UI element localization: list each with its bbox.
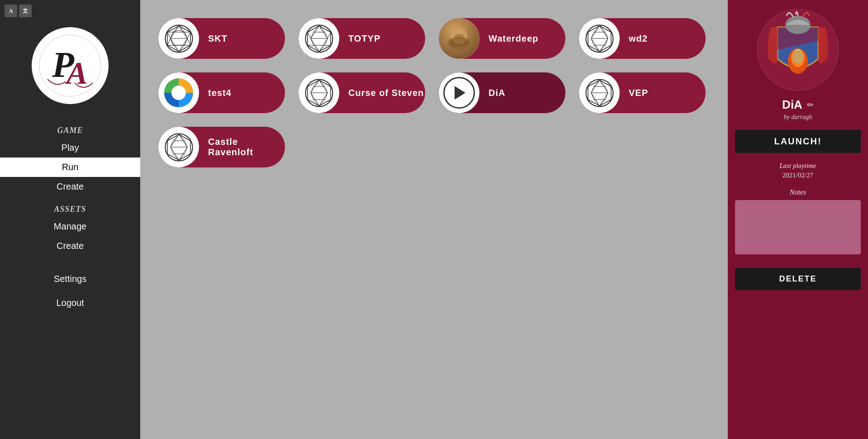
card-label-castle-ravenloft: Castle Ravenloft [199, 137, 285, 157]
game-card-dia[interactable]: DiA [439, 72, 565, 113]
notes-textarea[interactable] [735, 200, 861, 254]
svg-point-120 [792, 50, 803, 63]
game-card-test4[interactable]: test4 [158, 72, 285, 113]
game-card-wd2[interactable]: wd2 [579, 18, 706, 59]
last-playtime-label: Last playtime [779, 162, 816, 170]
sidebar-item-create-asset[interactable]: Create [0, 236, 140, 256]
game-by-line: by darragh [784, 114, 812, 121]
sidebar-item-manage[interactable]: Manage [0, 217, 140, 236]
sidebar-item-settings[interactable]: Settings [0, 269, 140, 289]
card-label-totyp: TOTYP [339, 33, 380, 44]
assets-section-label: ASSETS [54, 205, 86, 214]
game-title-row: DiA ✏ [782, 98, 814, 112]
card-label-dia: DiA [479, 88, 505, 98]
top-icons-container: A 文 [5, 5, 32, 17]
sidebar-item-run[interactable]: Run [0, 157, 140, 177]
svg-point-45 [450, 37, 468, 46]
card-label-waterdeep: Waterdeep [479, 33, 539, 44]
play-button-icon [443, 77, 475, 109]
card-label-curse-of-steven: Curse of Steven [339, 88, 424, 98]
card-icon-waterdeep [439, 18, 479, 59]
game-card-totyp[interactable]: TOTYP [299, 18, 425, 59]
svg-point-64 [171, 86, 186, 100]
icon-translate[interactable]: 文 [19, 5, 32, 17]
card-label-wd2: wd2 [620, 33, 648, 44]
launch-button[interactable]: LAUNCH! [735, 130, 861, 153]
game-card-castle-ravenloft[interactable]: Castle Ravenloft [158, 127, 285, 167]
game-section-label: GAME [57, 126, 83, 135]
game-card-vep[interactable]: VEP [579, 72, 706, 113]
app-logo[interactable]: P A [32, 27, 109, 104]
icon-a[interactable]: A [5, 5, 17, 17]
play-triangle-icon [455, 86, 465, 100]
right-panel: DiA ✏ by darragh LAUNCH! Last playtime 2… [728, 0, 868, 439]
sidebar-item-play[interactable]: Play [0, 138, 140, 157]
sidebar: P A GAME Play Run Create ASSETS Manage C… [0, 0, 140, 439]
card-label-skt: SKT [199, 33, 228, 44]
card-label-test4: test4 [199, 88, 232, 98]
game-name-label: DiA [782, 98, 802, 112]
game-avatar [757, 9, 839, 91]
card-icon-totyp [299, 18, 339, 59]
svg-text:A: A [65, 56, 88, 91]
sidebar-item-create-game[interactable]: Create [0, 177, 140, 196]
card-icon-test4 [158, 72, 199, 113]
last-playtime-value: 2021/02/27 [783, 172, 813, 179]
card-label-vep: VEP [620, 88, 648, 98]
sidebar-item-logout[interactable]: Logout [0, 293, 140, 313]
card-icon-dia [439, 72, 479, 113]
notes-label: Notes [790, 188, 806, 196]
edit-game-icon[interactable]: ✏ [807, 100, 814, 110]
card-icon-skt [158, 18, 199, 59]
game-card-skt[interactable]: SKT [158, 18, 285, 59]
games-grid: SKT [140, 0, 728, 439]
card-icon-vep [579, 72, 620, 113]
card-icon-wd2 [579, 18, 620, 59]
card-icon-castle-ravenloft [158, 127, 199, 167]
card-icon-curse-of-steven [299, 72, 339, 113]
game-card-waterdeep[interactable]: Waterdeep [439, 18, 565, 59]
delete-button[interactable]: DELETE [735, 268, 861, 290]
game-card-curse-of-steven[interactable]: Curse of Steven [299, 72, 425, 113]
